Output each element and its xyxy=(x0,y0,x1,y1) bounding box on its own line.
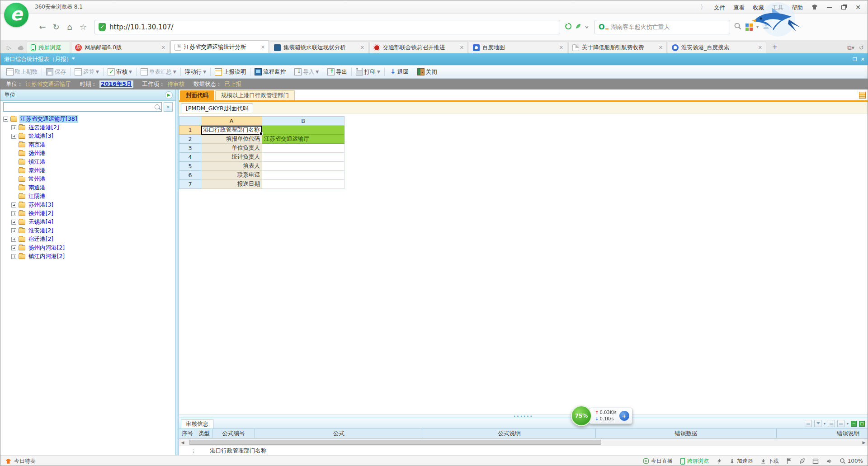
row-header-6[interactable]: 6 xyxy=(179,171,201,180)
row-header-1[interactable]: 1 xyxy=(179,126,201,135)
menu-collapse-icon[interactable]: 〉 xyxy=(700,3,706,11)
tree-item-8[interactable]: 南通港 xyxy=(0,184,175,192)
sheet-tab-1[interactable]: 规模以上港口行政管理部门 xyxy=(215,90,295,100)
tree-item-12[interactable]: 无锡港[4] xyxy=(0,218,175,226)
speed-gauge-percent[interactable]: 75% xyxy=(571,405,592,426)
browser-tab-3[interactable]: 集装箱铁水联运现状分析✕ xyxy=(270,41,368,53)
row-header-3[interactable]: 3 xyxy=(179,144,201,153)
review-col-类型[interactable]: 类型 xyxy=(196,429,212,438)
row-header-5[interactable]: 5 xyxy=(179,162,201,171)
dropdown-caret-icon[interactable]: ▼ xyxy=(129,70,132,74)
app-restore-icon[interactable]: ❐ xyxy=(853,56,857,62)
extras-chevron-icon[interactable] xyxy=(585,23,589,31)
cell-B2[interactable]: 江苏省交通运输厅 xyxy=(262,135,344,144)
menu-item-2[interactable]: 收藏 xyxy=(749,2,768,13)
tree-item-15[interactable]: 扬州内河港[2] xyxy=(0,244,175,252)
tree-expander-icon[interactable] xyxy=(11,237,16,242)
search-query-text[interactable]: 湖南客车起火伤亡重大 xyxy=(611,23,726,31)
toolbar-审核-button[interactable]: 审核▼ xyxy=(104,67,135,77)
browser-tab-2[interactable]: 江苏省交通运输统计分析✕ xyxy=(170,40,269,53)
bottombar-item-9[interactable]: 100% xyxy=(840,458,863,464)
row-header-4[interactable]: 4 xyxy=(179,153,201,162)
site-safety-shield-icon[interactable]: ✓ xyxy=(99,23,106,31)
window-icon[interactable] xyxy=(812,458,819,464)
tree-item-6[interactable]: 泰州港 xyxy=(0,166,175,175)
tree-item-14[interactable]: 宿迁港[2] xyxy=(0,235,175,244)
app-collection-icon[interactable] xyxy=(745,24,753,31)
browser-logo-icon[interactable]: e xyxy=(4,3,28,27)
back-icon[interactable]: ← xyxy=(36,20,49,34)
tree-expander-icon[interactable] xyxy=(11,202,16,207)
review-preview-caret-icon[interactable]: ▾ xyxy=(847,422,849,426)
cell-A1[interactable]: 港口行政管理部门名称 xyxy=(201,126,262,135)
review-col-序号[interactable]: 序号 xyxy=(179,429,196,438)
tree-item-0[interactable]: 江苏省交通运输厅[38] xyxy=(0,115,175,123)
horizontal-scrollbar[interactable]: ◀ ▶ xyxy=(179,438,868,446)
scrollbar-thumb[interactable] xyxy=(189,440,601,445)
cell-A7[interactable]: 报送日期 xyxy=(201,180,262,189)
menu-item-0[interactable]: 文件 xyxy=(710,2,729,13)
review-filter-icon[interactable] xyxy=(814,420,821,427)
horizontal-splitter[interactable]: •••••• xyxy=(179,414,868,418)
browser-tab-0[interactable]: 跨屏浏览 xyxy=(27,41,70,53)
sidebar-toggle-icon[interactable]: ▷ xyxy=(3,42,15,53)
toolbar-浮动行-button[interactable]: 浮动行▼ xyxy=(182,67,209,77)
speed-icon[interactable] xyxy=(716,458,722,464)
user-account-icon[interactable] xyxy=(762,22,770,32)
toolbar-上报说明-button[interactable]: 上报说明 xyxy=(212,67,249,77)
leaf-icon[interactable] xyxy=(799,458,805,464)
search-icon[interactable] xyxy=(155,104,160,109)
tree-item-9[interactable]: 江阴港 xyxy=(0,192,175,201)
cell-B1[interactable] xyxy=(262,126,344,135)
bottombar-item-4[interactable]: 下载 xyxy=(760,457,779,465)
search-button-icon[interactable] xyxy=(734,22,742,32)
scroll-right-icon[interactable]: ▶ xyxy=(860,439,868,446)
menu-item-4[interactable]: 帮助 xyxy=(788,2,807,13)
cell-A5[interactable]: 填表人 xyxy=(201,162,262,171)
tab-close-icon[interactable]: ✕ xyxy=(559,45,563,51)
tab-close-icon[interactable]: ✕ xyxy=(758,45,762,51)
tree-expander-icon[interactable] xyxy=(11,134,16,139)
review-copy-icon[interactable] xyxy=(805,420,812,427)
address-bar[interactable]: ✓ http://10.1.30.107/ xyxy=(94,20,560,34)
extension-leaf-icon[interactable] xyxy=(575,23,582,32)
sidebar-expand-button[interactable]: ▶ xyxy=(165,91,173,99)
browser-tab-4[interactable]: 交通部联合铁总召开推进✕ xyxy=(369,41,468,53)
subtab-fmdm-gkyb[interactable]: [PMDM_GKYB]封面代码 xyxy=(181,104,253,113)
review-export-icon[interactable] xyxy=(828,420,835,427)
dropdown-caret-icon[interactable]: ▼ xyxy=(173,70,176,74)
dropdown-caret-icon[interactable]: ▼ xyxy=(377,70,380,74)
tree-expander-icon[interactable] xyxy=(3,117,8,122)
tab-close-icon[interactable]: ✕ xyxy=(460,45,464,51)
tree-item-11[interactable]: 徐州港[2] xyxy=(0,209,175,218)
review-col-公式说明[interactable]: 公式说明 xyxy=(423,429,596,438)
tab-list-icon[interactable]: ⧉▾ xyxy=(847,44,854,52)
tree-expander-icon[interactable] xyxy=(11,125,16,130)
minimize-button[interactable] xyxy=(822,2,836,13)
restore-button[interactable] xyxy=(837,2,850,13)
cell-B3[interactable] xyxy=(262,144,344,153)
review-preview-icon[interactable] xyxy=(837,420,844,427)
grid-corner-cell[interactable] xyxy=(179,117,201,126)
new-tab-button[interactable]: + xyxy=(769,42,781,52)
app-close-icon[interactable]: ✕ xyxy=(861,56,865,62)
review-col-公式编号[interactable]: 公式编号 xyxy=(212,429,255,438)
tree-expander-icon[interactable] xyxy=(11,254,16,259)
review-tab[interactable]: 审核信息 xyxy=(181,419,213,428)
daily-deals-item[interactable]: 今日特卖 xyxy=(5,457,36,465)
cell-A6[interactable]: 联系电话 xyxy=(201,171,262,180)
browser-tab-6[interactable]: 关于降低船舶引航费收费✕ xyxy=(568,41,667,53)
home-icon[interactable]: ⌂ xyxy=(63,20,76,34)
accelerator-ball-icon[interactable]: + xyxy=(619,411,629,421)
sheet-tabs-menu-icon[interactable] xyxy=(859,92,866,99)
review-minimize-icon[interactable]: − xyxy=(851,421,857,427)
favorite-star-icon[interactable]: ☆ xyxy=(76,20,90,34)
review-col-公式[interactable]: 公式 xyxy=(255,429,423,438)
sidebar-search-input[interactable] xyxy=(3,102,162,112)
bottombar-item-1[interactable]: 跨屏浏览 xyxy=(680,457,709,465)
tab-close-icon[interactable]: ✕ xyxy=(261,44,265,50)
column-header-B[interactable]: B xyxy=(262,117,344,126)
tab-close-icon[interactable]: ✕ xyxy=(659,45,663,51)
toolbar-退回-button[interactable]: 退回 xyxy=(386,67,412,77)
row-header-2[interactable]: 2 xyxy=(179,135,201,144)
